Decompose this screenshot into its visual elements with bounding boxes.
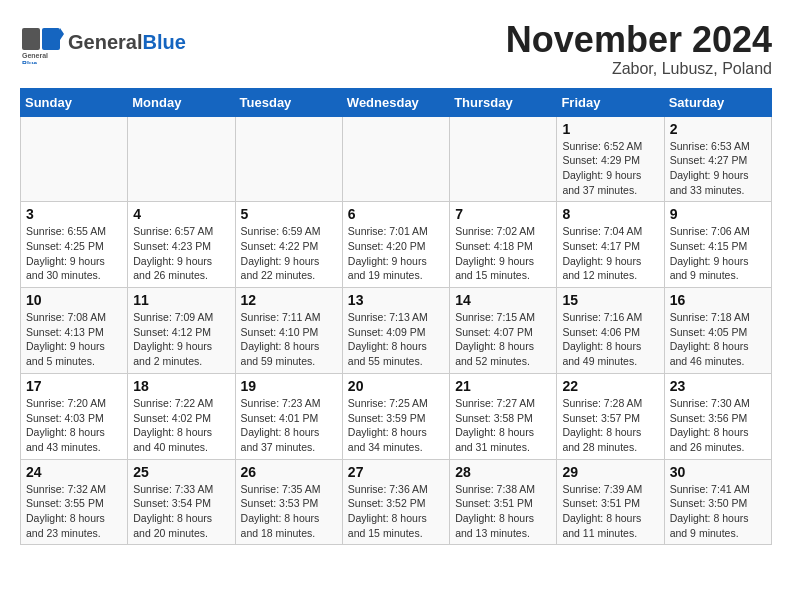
day-number: 23	[670, 378, 766, 394]
day-info: Sunrise: 7:18 AM Sunset: 4:05 PM Dayligh…	[670, 310, 766, 369]
calendar-cell: 12Sunrise: 7:11 AM Sunset: 4:10 PM Dayli…	[235, 288, 342, 374]
week-row-1: 1Sunrise: 6:52 AM Sunset: 4:29 PM Daylig…	[21, 116, 772, 202]
svg-text:General: General	[22, 52, 48, 59]
day-info: Sunrise: 7:38 AM Sunset: 3:51 PM Dayligh…	[455, 482, 551, 541]
calendar-cell: 19Sunrise: 7:23 AM Sunset: 4:01 PM Dayli…	[235, 373, 342, 459]
calendar-cell: 7Sunrise: 7:02 AM Sunset: 4:18 PM Daylig…	[450, 202, 557, 288]
day-info: Sunrise: 6:55 AM Sunset: 4:25 PM Dayligh…	[26, 224, 122, 283]
day-number: 15	[562, 292, 658, 308]
calendar-cell: 18Sunrise: 7:22 AM Sunset: 4:02 PM Dayli…	[128, 373, 235, 459]
month-title: November 2024	[506, 20, 772, 60]
day-number: 12	[241, 292, 337, 308]
day-info: Sunrise: 7:01 AM Sunset: 4:20 PM Dayligh…	[348, 224, 444, 283]
title-block: November 2024 Zabor, Lubusz, Poland	[506, 20, 772, 78]
day-number: 30	[670, 464, 766, 480]
calendar-cell: 6Sunrise: 7:01 AM Sunset: 4:20 PM Daylig…	[342, 202, 449, 288]
day-info: Sunrise: 6:57 AM Sunset: 4:23 PM Dayligh…	[133, 224, 229, 283]
calendar-cell: 10Sunrise: 7:08 AM Sunset: 4:13 PM Dayli…	[21, 288, 128, 374]
day-info: Sunrise: 6:53 AM Sunset: 4:27 PM Dayligh…	[670, 139, 766, 198]
day-number: 6	[348, 206, 444, 222]
logo-text: GeneralBlue	[68, 32, 186, 52]
calendar-cell: 5Sunrise: 6:59 AM Sunset: 4:22 PM Daylig…	[235, 202, 342, 288]
day-number: 24	[26, 464, 122, 480]
svg-marker-2	[60, 28, 64, 40]
day-info: Sunrise: 7:33 AM Sunset: 3:54 PM Dayligh…	[133, 482, 229, 541]
day-info: Sunrise: 7:09 AM Sunset: 4:12 PM Dayligh…	[133, 310, 229, 369]
day-number: 19	[241, 378, 337, 394]
calendar-cell: 20Sunrise: 7:25 AM Sunset: 3:59 PM Dayli…	[342, 373, 449, 459]
day-number: 3	[26, 206, 122, 222]
day-info: Sunrise: 7:41 AM Sunset: 3:50 PM Dayligh…	[670, 482, 766, 541]
day-info: Sunrise: 7:04 AM Sunset: 4:17 PM Dayligh…	[562, 224, 658, 283]
day-number: 27	[348, 464, 444, 480]
calendar-cell: 17Sunrise: 7:20 AM Sunset: 4:03 PM Dayli…	[21, 373, 128, 459]
day-number: 7	[455, 206, 551, 222]
day-number: 21	[455, 378, 551, 394]
header-friday: Friday	[557, 88, 664, 116]
calendar-cell: 25Sunrise: 7:33 AM Sunset: 3:54 PM Dayli…	[128, 459, 235, 545]
calendar-cell: 1Sunrise: 6:52 AM Sunset: 4:29 PM Daylig…	[557, 116, 664, 202]
day-info: Sunrise: 7:36 AM Sunset: 3:52 PM Dayligh…	[348, 482, 444, 541]
day-info: Sunrise: 7:20 AM Sunset: 4:03 PM Dayligh…	[26, 396, 122, 455]
day-number: 29	[562, 464, 658, 480]
svg-text:Blue: Blue	[22, 60, 37, 64]
day-info: Sunrise: 7:16 AM Sunset: 4:06 PM Dayligh…	[562, 310, 658, 369]
header-wednesday: Wednesday	[342, 88, 449, 116]
day-info: Sunrise: 7:15 AM Sunset: 4:07 PM Dayligh…	[455, 310, 551, 369]
day-number: 5	[241, 206, 337, 222]
calendar-header-row: SundayMondayTuesdayWednesdayThursdayFrid…	[21, 88, 772, 116]
header-saturday: Saturday	[664, 88, 771, 116]
day-number: 14	[455, 292, 551, 308]
calendar-cell: 4Sunrise: 6:57 AM Sunset: 4:23 PM Daylig…	[128, 202, 235, 288]
day-info: Sunrise: 6:59 AM Sunset: 4:22 PM Dayligh…	[241, 224, 337, 283]
day-number: 26	[241, 464, 337, 480]
location-subtitle: Zabor, Lubusz, Poland	[506, 60, 772, 78]
day-number: 13	[348, 292, 444, 308]
calendar-table: SundayMondayTuesdayWednesdayThursdayFrid…	[20, 88, 772, 546]
calendar-cell: 15Sunrise: 7:16 AM Sunset: 4:06 PM Dayli…	[557, 288, 664, 374]
calendar-cell: 3Sunrise: 6:55 AM Sunset: 4:25 PM Daylig…	[21, 202, 128, 288]
calendar-cell	[450, 116, 557, 202]
day-number: 17	[26, 378, 122, 394]
logo-icon: General Blue	[20, 20, 64, 64]
day-number: 9	[670, 206, 766, 222]
calendar-cell: 24Sunrise: 7:32 AM Sunset: 3:55 PM Dayli…	[21, 459, 128, 545]
day-info: Sunrise: 7:23 AM Sunset: 4:01 PM Dayligh…	[241, 396, 337, 455]
day-number: 10	[26, 292, 122, 308]
day-number: 28	[455, 464, 551, 480]
day-info: Sunrise: 7:39 AM Sunset: 3:51 PM Dayligh…	[562, 482, 658, 541]
header-sunday: Sunday	[21, 88, 128, 116]
day-info: Sunrise: 7:25 AM Sunset: 3:59 PM Dayligh…	[348, 396, 444, 455]
day-number: 2	[670, 121, 766, 137]
calendar-cell: 9Sunrise: 7:06 AM Sunset: 4:15 PM Daylig…	[664, 202, 771, 288]
week-row-3: 10Sunrise: 7:08 AM Sunset: 4:13 PM Dayli…	[21, 288, 772, 374]
day-info: Sunrise: 7:11 AM Sunset: 4:10 PM Dayligh…	[241, 310, 337, 369]
logo: General Blue GeneralBlue	[20, 20, 186, 64]
day-info: Sunrise: 7:28 AM Sunset: 3:57 PM Dayligh…	[562, 396, 658, 455]
calendar-cell: 27Sunrise: 7:36 AM Sunset: 3:52 PM Dayli…	[342, 459, 449, 545]
day-info: Sunrise: 7:27 AM Sunset: 3:58 PM Dayligh…	[455, 396, 551, 455]
calendar-cell: 26Sunrise: 7:35 AM Sunset: 3:53 PM Dayli…	[235, 459, 342, 545]
calendar-cell: 23Sunrise: 7:30 AM Sunset: 3:56 PM Dayli…	[664, 373, 771, 459]
week-row-2: 3Sunrise: 6:55 AM Sunset: 4:25 PM Daylig…	[21, 202, 772, 288]
week-row-4: 17Sunrise: 7:20 AM Sunset: 4:03 PM Dayli…	[21, 373, 772, 459]
header-monday: Monday	[128, 88, 235, 116]
day-info: Sunrise: 7:32 AM Sunset: 3:55 PM Dayligh…	[26, 482, 122, 541]
day-number: 22	[562, 378, 658, 394]
day-info: Sunrise: 7:13 AM Sunset: 4:09 PM Dayligh…	[348, 310, 444, 369]
calendar-cell: 28Sunrise: 7:38 AM Sunset: 3:51 PM Dayli…	[450, 459, 557, 545]
svg-rect-1	[42, 28, 60, 50]
day-info: Sunrise: 7:30 AM Sunset: 3:56 PM Dayligh…	[670, 396, 766, 455]
day-number: 4	[133, 206, 229, 222]
day-info: Sunrise: 7:08 AM Sunset: 4:13 PM Dayligh…	[26, 310, 122, 369]
calendar-cell: 11Sunrise: 7:09 AM Sunset: 4:12 PM Dayli…	[128, 288, 235, 374]
day-number: 1	[562, 121, 658, 137]
calendar-cell	[342, 116, 449, 202]
calendar-cell: 2Sunrise: 6:53 AM Sunset: 4:27 PM Daylig…	[664, 116, 771, 202]
day-number: 11	[133, 292, 229, 308]
header-thursday: Thursday	[450, 88, 557, 116]
logo-general: General	[68, 31, 142, 53]
calendar-cell: 8Sunrise: 7:04 AM Sunset: 4:17 PM Daylig…	[557, 202, 664, 288]
day-info: Sunrise: 7:06 AM Sunset: 4:15 PM Dayligh…	[670, 224, 766, 283]
page-header: General Blue GeneralBlue November 2024 Z…	[20, 20, 772, 78]
